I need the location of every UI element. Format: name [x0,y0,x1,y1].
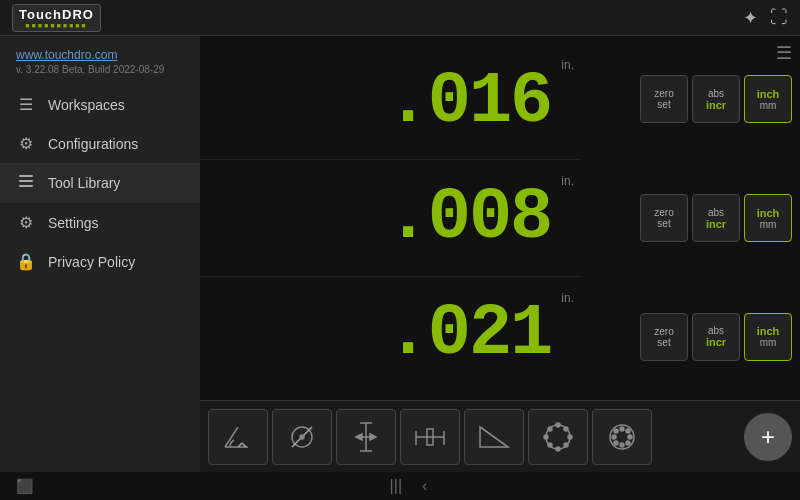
svg-point-31 [548,443,552,447]
dro-unit-3: in. [555,291,580,305]
svg-point-24 [556,423,560,427]
sidebar-item-settings-label: Settings [48,215,99,231]
sidebar-item-tool-library[interactable]: Tool Library [0,163,200,203]
inch-1-label: inch [757,88,780,100]
svg-point-29 [564,443,568,447]
dro-row-2: .008 in. [200,160,580,276]
svg-point-35 [626,429,630,433]
angle-tool-btn[interactable] [208,409,268,465]
zero-set-3-line1: zero [654,326,673,337]
dro-row-3: .021 in. [200,277,580,392]
dro-area: ☰ .016 in. .008 in. .021 in. [200,36,800,472]
logo-box: TouchDRO ■■■■■■■■■■ [12,4,101,32]
control-row-3: zero set abs incr inch mm [588,277,792,396]
zero-set-3-line2: set [657,337,670,348]
mm-2-label: mm [760,219,777,230]
svg-line-4 [225,427,238,447]
zero-set-2-line1: zero [654,207,673,218]
mm-1-label: mm [760,100,777,111]
height-tool-btn[interactable] [336,409,396,465]
dro-row-1: .016 in. [200,44,580,160]
sidebar-item-workspaces[interactable]: ☰ Workspaces [0,85,200,124]
svg-marker-16 [370,434,376,440]
mm-3-label: mm [760,337,777,348]
abs-incr-btn-3[interactable]: abs incr [692,313,740,361]
dro-readings: .016 in. .008 in. .021 in. [200,36,580,400]
svg-point-34 [620,427,624,431]
version-text: v. 3.22.08 Beta, Build 2022-08-29 [0,64,200,85]
sidebar-item-tool-library-label: Tool Library [48,175,120,191]
logo-text: TouchDRO [19,7,94,22]
dro-value-1: .016 [200,61,555,143]
workspaces-icon: ☰ [16,95,36,114]
svg-point-27 [568,435,572,439]
zero-set-1-line1: zero [654,88,673,99]
zero-set-2-line2: set [657,218,670,229]
svg-marker-15 [356,434,362,440]
sidebar: www.touchdro.com v. 3.22.08 Beta, Build … [0,36,200,472]
inch-mm-btn-1[interactable]: inch mm [744,75,792,123]
incr-1-label: incr [706,99,726,111]
nav-back-icon[interactable]: ‹ [422,477,427,495]
top-bar: TouchDRO ■■■■■■■■■■ ✦ ⛶ [0,0,800,36]
bolt-circle-tool-btn[interactable] [528,409,588,465]
svg-point-30 [564,427,568,431]
sys-left-icon: ⬛ [16,478,33,494]
dro-value-3: .021 [200,293,555,375]
svg-point-25 [556,447,560,451]
dro-menu-icon[interactable]: ☰ [776,42,792,64]
inch-mm-btn-2[interactable]: inch mm [744,194,792,242]
triangle-tool-btn[interactable] [464,409,524,465]
sidebar-item-settings[interactable]: ⚙ Settings [0,203,200,242]
fullscreen-icon[interactable]: ⛶ [770,7,788,28]
system-bar: ⬛ ||| ‹ [0,472,800,500]
svg-point-33 [614,429,618,433]
privacy-icon: 🔒 [16,252,36,271]
svg-rect-0 [19,175,33,177]
incr-2-label: incr [706,218,726,230]
dro-controls: zero set abs incr inch mm zero [580,36,800,400]
abs-1-label: abs [708,88,724,99]
circle-tool-btn[interactable] [272,409,332,465]
svg-point-28 [548,427,552,431]
sys-nav: ||| ‹ [390,477,428,495]
sidebar-item-configurations[interactable]: ⚙ Configurations [0,124,200,163]
zero-set-btn-1[interactable]: zero set [640,75,688,123]
add-fab-button[interactable]: + [744,413,792,461]
brand-link[interactable]: www.touchdro.com [0,44,200,64]
sidebar-item-privacy-policy[interactable]: 🔒 Privacy Policy [0,242,200,281]
inch-mm-btn-3[interactable]: inch mm [744,313,792,361]
svg-point-10 [300,435,304,439]
sidebar-item-workspaces-label: Workspaces [48,97,125,113]
dro-value-2: .008 [200,177,555,259]
svg-rect-2 [19,185,33,187]
zero-set-btn-2[interactable]: zero set [640,194,688,242]
tool-library-icon [16,173,36,193]
hole-pattern-tool-btn[interactable] [592,409,652,465]
control-row-2: zero set abs incr inch mm [588,159,792,278]
abs-incr-btn-1[interactable]: abs incr [692,75,740,123]
sidebar-item-privacy-policy-label: Privacy Policy [48,254,135,270]
zero-set-1-line2: set [657,99,670,110]
svg-point-38 [620,443,624,447]
caliper-tool-btn[interactable] [400,409,460,465]
main-content: www.touchdro.com v. 3.22.08 Beta, Build … [0,36,800,472]
logo-dots: ■■■■■■■■■■ [25,22,87,29]
abs-3-label: abs [708,325,724,336]
bluetooth-icon[interactable]: ✦ [743,7,758,29]
configurations-icon: ⚙ [16,134,36,153]
svg-line-22 [480,427,508,447]
svg-point-26 [544,435,548,439]
svg-point-39 [614,441,618,445]
inch-3-label: inch [757,325,780,337]
tool-buttons [208,409,652,465]
sidebar-item-configurations-label: Configurations [48,136,138,152]
settings-icon: ⚙ [16,213,36,232]
top-right-icons: ✦ ⛶ [743,7,788,29]
svg-point-37 [626,441,630,445]
nav-home-icon[interactable]: ||| [390,477,402,495]
bottom-toolbar: + [200,400,800,472]
abs-2-label: abs [708,207,724,218]
zero-set-btn-3[interactable]: zero set [640,313,688,361]
abs-incr-btn-2[interactable]: abs incr [692,194,740,242]
